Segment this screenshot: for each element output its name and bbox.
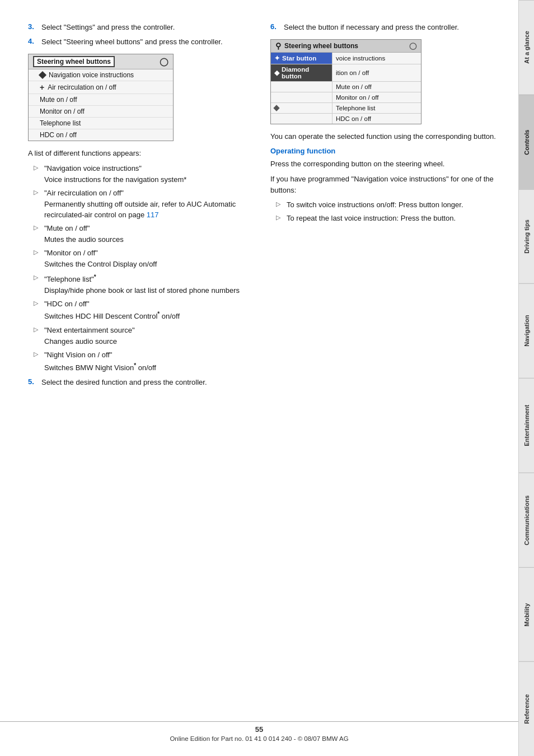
mute-label: Mute on / off bbox=[336, 83, 372, 90]
bullet-6-sub: Changes audio source bbox=[44, 337, 135, 347]
bullet-1-title: "Air recirculation on / off" bbox=[44, 188, 259, 198]
settings-icon-right: ◯ bbox=[409, 42, 416, 50]
sub-bullet-1-text: To repeat the last voice instruction: Pr… bbox=[287, 213, 456, 223]
left-mockup: Steering wheel buttons ◯ Navigation voic… bbox=[28, 54, 174, 141]
sidebar-tab-driving-tips[interactable]: Driving tips bbox=[519, 189, 534, 284]
small-diamond-icon bbox=[273, 105, 279, 111]
step-5-number: 5. bbox=[28, 377, 39, 386]
bullet-item-3: ▷ "Monitor on / off" Switches the Contro… bbox=[34, 248, 259, 269]
operate-text: You can operate the selected function us… bbox=[270, 131, 502, 142]
bullet-item-5: ▷ "HDC on / off" Switches HDC Hill Desce… bbox=[34, 299, 259, 322]
copyright-text: Online Edition for Part no. 01 41 0 014 … bbox=[170, 735, 348, 742]
diamond-icon bbox=[39, 71, 46, 79]
bullet-item-1: ▷ "Air recirculation on / off" Permanent… bbox=[34, 188, 259, 220]
main-content: 3. Select "Settings" and press the contr… bbox=[0, 0, 518, 756]
right-mockup-cell-voice: voice instructions bbox=[332, 53, 421, 64]
right-mockup-cell-4-left bbox=[271, 103, 332, 113]
ition-label: ition on / off bbox=[336, 69, 369, 76]
right-mockup-cell-ition: ition on / off bbox=[332, 64, 421, 81]
sub-bullet-0-text: To switch voice instructions on/off: Pre… bbox=[287, 200, 463, 210]
step-6: 6. Select the button if necessary and pr… bbox=[270, 22, 502, 32]
mockup-item-4: Telephone list bbox=[29, 118, 173, 129]
diamond-button-label: Diamond button bbox=[282, 66, 329, 80]
right-mockup-row-1: ◆ Diamond button ition on / off bbox=[271, 64, 421, 82]
steering-wheel-icon: ⚲ bbox=[275, 41, 281, 50]
bullet-arrow-2: ▷ bbox=[34, 224, 43, 231]
mockup-item-1-text: Air recirculation on / off bbox=[48, 83, 116, 91]
step-6-number: 6. bbox=[270, 22, 282, 31]
star-button-label: Star button bbox=[282, 55, 316, 62]
bullet-item-2: ▷ "Mute on / off" Mutes the audio source… bbox=[34, 223, 259, 245]
bullet-arrow-3: ▷ bbox=[34, 249, 43, 256]
mockup-item-5: HDC on / off bbox=[29, 129, 173, 141]
mockup-item-0-text: Navigation voice instructions bbox=[49, 71, 134, 79]
step-5-text: Select the desired function and press th… bbox=[41, 377, 207, 388]
bullet-item-6: ▷ "Next entertainment source" Changes au… bbox=[34, 325, 259, 347]
right-mockup: ⚲ Steering wheel buttons ◯ ✦ Star button… bbox=[270, 39, 421, 124]
bullet-item-0: ▷ "Navigation voice instructions" Voice … bbox=[34, 164, 259, 185]
bullet-0-title: "Navigation voice instructions" bbox=[44, 164, 186, 174]
step-4: 4. Select "Steering wheel buttons" and p… bbox=[28, 37, 259, 47]
sidebar-tab-at-a-glance[interactable]: At a glance bbox=[519, 0, 534, 95]
operating-function-heading: Operating function bbox=[270, 147, 502, 155]
bullet-arrow-1: ▷ bbox=[34, 189, 43, 196]
voice-instructions-label: voice instructions bbox=[336, 55, 385, 62]
right-mockup-cell-4-right: Telephone list bbox=[332, 103, 421, 113]
bullet-arrow-6: ▷ bbox=[34, 326, 43, 333]
bullet-2-sub: Mutes the audio sources bbox=[44, 235, 124, 245]
bullet-5-title: "HDC on / off" bbox=[44, 299, 180, 309]
right-mockup-row-4: Telephone list bbox=[271, 103, 421, 114]
monitor-label: Monitor on / off bbox=[336, 94, 379, 101]
list-intro: A list of different functions appears: bbox=[28, 148, 259, 159]
settings-icon: ◯ bbox=[160, 57, 168, 66]
mockup-item-5-text: HDC on / off bbox=[40, 131, 77, 139]
step-5: 5. Select the desired function and press… bbox=[28, 377, 259, 388]
mockup-item-2-text: Mute on / off bbox=[40, 96, 77, 104]
mockup-item-4-text: Telephone list bbox=[40, 119, 81, 127]
plus-icon: + bbox=[40, 83, 44, 92]
bullet-1-sub: Permanently shutting off outside air, re… bbox=[44, 199, 259, 220]
bullet-7-title: "Night Vision on / off" bbox=[44, 350, 156, 360]
bullet-6-title: "Next entertainment source" bbox=[44, 325, 135, 335]
sidebar-tab-navigation[interactable]: Navigation bbox=[519, 283, 534, 378]
asterisk-5: * bbox=[157, 311, 160, 317]
right-mockup-cell-5-right: HDC on / off bbox=[332, 114, 421, 124]
diamond-icon-right: ◆ bbox=[274, 69, 279, 77]
bullet-3-sub: Switches the Control Display on/off bbox=[44, 259, 157, 269]
bullet-arrow-0: ▷ bbox=[34, 164, 43, 171]
right-mockup-title-text: Steering wheel buttons bbox=[284, 42, 358, 50]
right-mockup-row-2: Mute on / off bbox=[271, 82, 421, 92]
bullet-2-title: "Mute on / off" bbox=[44, 223, 124, 234]
telephone-label: Telephone list bbox=[336, 105, 375, 111]
asterisk-7: * bbox=[134, 362, 136, 368]
sidebar-tab-mobility[interactable]: Mobility bbox=[519, 567, 534, 662]
sub-bullet-0: ▷ To switch voice instructions on/off: P… bbox=[276, 200, 502, 210]
footer: 55 Online Edition for Part no. 01 41 0 0… bbox=[0, 721, 518, 742]
step-3-number: 3. bbox=[28, 22, 39, 31]
sidebar-tab-entertainment[interactable]: Entertainment bbox=[519, 378, 534, 473]
bullet-4-sub: Display/hide phone book or last list of … bbox=[44, 286, 240, 296]
step-6-text: Select the button if necessary and press… bbox=[284, 22, 459, 32]
right-mockup-cell-3-left bbox=[271, 92, 332, 102]
mockup-item-0: Navigation voice instructions bbox=[29, 69, 173, 81]
left-mockup-title-text: Steering wheel buttons bbox=[33, 56, 115, 67]
sidebar-tab-communications[interactable]: Communications bbox=[519, 473, 534, 567]
step-3: 3. Select "Settings" and press the contr… bbox=[28, 22, 259, 32]
right-mockup-title: ⚲ Steering wheel buttons ◯ bbox=[271, 40, 421, 53]
sub-bullet-1: ▷ To repeat the last voice instruction: … bbox=[276, 213, 502, 223]
page-number: 55 bbox=[0, 725, 518, 734]
bullet-3-title: "Monitor on / off" bbox=[44, 248, 157, 258]
page-link-117[interactable]: 117 bbox=[147, 211, 159, 219]
right-mockup-cell-diamond: ◆ Diamond button bbox=[271, 64, 332, 81]
sub-bullet-arrow-1: ▷ bbox=[276, 214, 285, 221]
step-3-text: Select "Settings" and press the controll… bbox=[41, 22, 175, 32]
right-mockup-cell-5-left bbox=[271, 114, 332, 124]
asterisk-4: * bbox=[94, 274, 96, 280]
bullet-list: ▷ "Navigation voice instructions" Voice … bbox=[34, 164, 259, 373]
sidebar-tab-reference[interactable]: Reference bbox=[519, 661, 534, 756]
sidebar-tab-controls[interactable]: Controls bbox=[519, 95, 534, 189]
mockup-item-1: + Air recirculation on / off bbox=[29, 81, 173, 94]
right-mockup-cell-2-left bbox=[271, 82, 332, 92]
left-mockup-title: Steering wheel buttons ◯ bbox=[29, 54, 173, 69]
bullet-arrow-7: ▷ bbox=[34, 351, 43, 358]
